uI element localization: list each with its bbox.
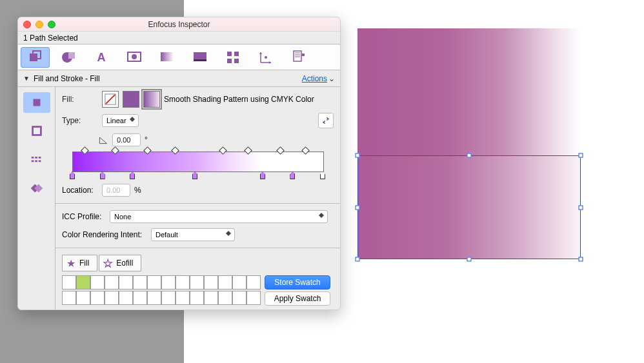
swatch-cell[interactable]	[105, 275, 119, 289]
icc-line: ICC Profile: None	[62, 210, 334, 223]
selection-handle[interactable]	[467, 153, 472, 158]
swatch-cell[interactable]	[90, 291, 105, 305]
fill-toggle[interactable]: ★ Fill	[62, 255, 97, 271]
location-line: Location: 0.00 %	[62, 184, 334, 197]
gradient-bar[interactable]	[72, 152, 324, 172]
swatch-cell[interactable]	[62, 275, 76, 289]
side-tab-overprint[interactable]	[23, 177, 50, 198]
location-input[interactable]: 0.00	[102, 184, 130, 197]
titlebar[interactable]: Enfocus Inspector	[18, 17, 340, 32]
actions-menu[interactable]: Actions	[302, 74, 327, 83]
paint-rule-toggles: ★ Fill ★ Eofill	[62, 255, 334, 271]
swatch-cell[interactable]	[247, 275, 261, 289]
fill-gradient-swatch[interactable]	[143, 91, 160, 108]
gradient-stop[interactable]	[130, 172, 136, 178]
artwork-lower[interactable]	[357, 155, 581, 259]
swatch-cell[interactable]	[119, 291, 133, 305]
fill-solid-swatch[interactable]	[123, 91, 139, 108]
tab-text[interactable]: A	[86, 47, 116, 68]
swatch-cell[interactable]	[176, 291, 190, 305]
gradient-midpoint[interactable]	[145, 148, 151, 154]
swatch-cell[interactable]	[105, 291, 119, 305]
gradient-stop[interactable]	[192, 172, 199, 178]
side-tab-fill[interactable]	[23, 92, 50, 113]
tab-position[interactable]	[251, 47, 280, 68]
fill-none-swatch[interactable]	[102, 91, 119, 108]
apply-swatch-button[interactable]: Apply Swatch	[265, 291, 330, 306]
selection-handle[interactable]	[467, 257, 472, 262]
swatch-cell[interactable]	[218, 275, 232, 289]
icc-select[interactable]: None	[110, 210, 328, 223]
reverse-gradient-button[interactable]	[318, 113, 334, 128]
svg-rect-17	[294, 51, 301, 61]
swatch-cell[interactable]	[218, 291, 232, 305]
no-fill-icon	[105, 93, 116, 105]
swatch-cell[interactable]	[147, 275, 161, 289]
store-swatch-button[interactable]: Store Swatch	[265, 275, 330, 289]
gradient-stop[interactable]	[320, 172, 327, 178]
swatch-cell[interactable]	[76, 275, 90, 289]
selection-handle[interactable]	[356, 153, 360, 158]
swatch-cell[interactable]	[133, 291, 147, 305]
svg-rect-12	[227, 59, 232, 63]
swatch-cell[interactable]	[62, 291, 76, 305]
swatch-cell[interactable]	[232, 275, 247, 289]
swatch-cell[interactable]	[190, 275, 204, 289]
gradient-stop[interactable]	[290, 172, 296, 178]
swatch-cell[interactable]	[147, 291, 161, 305]
selection-handle[interactable]	[356, 257, 360, 262]
selection-handle[interactable]	[579, 205, 583, 210]
tab-transparency[interactable]	[54, 47, 83, 68]
gradient-midpoint[interactable]	[245, 148, 252, 154]
swatch-cell[interactable]	[161, 291, 176, 305]
gradient-midpoint[interactable]	[112, 148, 119, 154]
minimize-button[interactable]	[35, 21, 43, 28]
gradient-midpoint[interactable]	[82, 148, 88, 154]
tab-layers[interactable]	[284, 47, 313, 68]
swatch-cell[interactable]	[204, 291, 218, 305]
eofill-toggle[interactable]: ★ Eofill	[99, 255, 141, 271]
tab-fill-stroke[interactable]	[21, 47, 50, 68]
swatch-cell[interactable]	[133, 275, 147, 289]
tab-prepress[interactable]	[152, 47, 181, 68]
svg-rect-3	[68, 52, 75, 59]
gradient-midpoint[interactable]	[172, 148, 179, 154]
angle-input[interactable]: 0.00	[112, 133, 141, 146]
layers-icon	[291, 50, 307, 65]
swatch-cell[interactable]	[204, 275, 218, 289]
swatch-cell[interactable]	[247, 291, 261, 305]
swatch-cell[interactable]	[119, 275, 133, 289]
swatch-cell[interactable]	[190, 291, 204, 305]
swatch-cell[interactable]	[161, 275, 176, 289]
type-select[interactable]: Linear	[102, 114, 139, 127]
side-tab-stroke[interactable]	[23, 121, 50, 141]
canvas[interactable]	[357, 28, 582, 260]
tab-statistics[interactable]	[218, 47, 247, 68]
disclosure-triangle-icon[interactable]: ▼	[23, 75, 30, 82]
gradient-midpoint[interactable]	[303, 148, 309, 154]
side-tab-dashes[interactable]	[23, 149, 50, 170]
selection-handle[interactable]	[579, 153, 583, 158]
selection-handle[interactable]	[579, 257, 583, 262]
tab-separations[interactable]	[185, 47, 214, 68]
svg-rect-11	[234, 52, 239, 56]
swatch-cell[interactable]	[90, 275, 105, 289]
close-button[interactable]	[23, 21, 31, 28]
overprint-icon	[30, 181, 44, 195]
gradient-stop[interactable]	[70, 172, 76, 178]
swatch-cell[interactable]	[176, 275, 190, 289]
prepress-icon	[159, 50, 175, 65]
swatch-cell[interactable]	[232, 291, 247, 305]
gradient-midpoint[interactable]	[220, 148, 226, 154]
cri-select[interactable]: Default	[151, 228, 235, 241]
gradient-editor	[62, 152, 334, 172]
gradient-stop[interactable]	[100, 172, 106, 178]
zoom-button[interactable]	[48, 21, 55, 28]
svg-line-29	[106, 95, 115, 104]
selection-handle[interactable]	[356, 205, 360, 210]
tab-image[interactable]	[119, 47, 148, 68]
gradient-midpoint[interactable]	[277, 148, 284, 154]
swatch-cell[interactable]	[76, 291, 90, 305]
gradient-stop[interactable]	[260, 172, 267, 178]
artwork-upper[interactable]	[357, 28, 581, 155]
